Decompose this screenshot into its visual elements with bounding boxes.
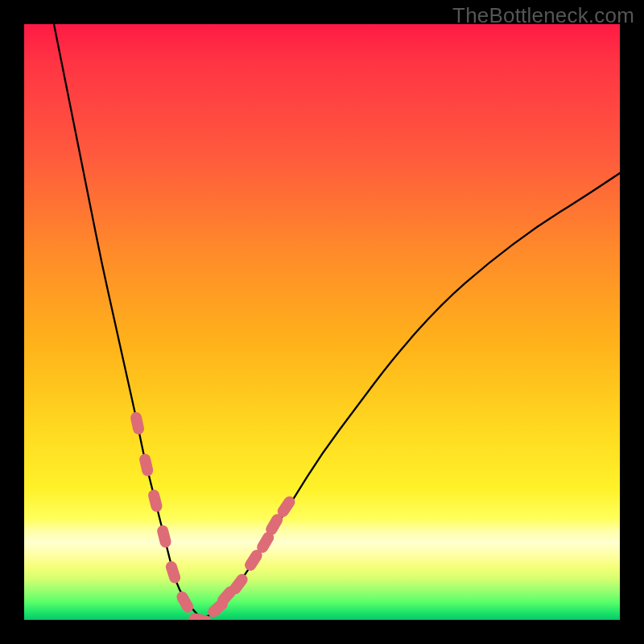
curve-markers [130,411,297,620]
curve-marker [175,589,196,614]
bottleneck-curve [54,24,620,617]
curve-marker [138,452,155,477]
curve-marker [156,524,172,549]
plot-area [24,24,620,620]
curve-marker [147,489,163,514]
chart-frame: TheBottleneck.com [0,0,644,644]
curve-marker [130,411,146,436]
curve-marker [164,559,182,584]
curve-layer [24,24,620,620]
